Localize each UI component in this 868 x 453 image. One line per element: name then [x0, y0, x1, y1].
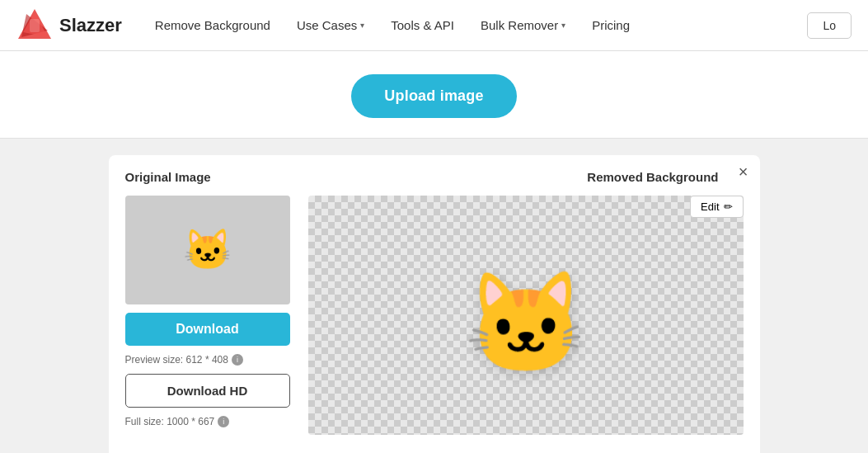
removed-background-area: 🐱	[308, 196, 744, 435]
edit-button[interactable]: Edit ✏	[690, 196, 743, 218]
right-panel: Edit ✏ 🐱	[308, 196, 744, 435]
bulk-remover-chevron: ▾	[561, 21, 565, 30]
close-button[interactable]: ×	[739, 163, 748, 180]
logo-icon	[16, 7, 53, 44]
use-cases-chevron: ▾	[360, 21, 364, 30]
edit-icon: ✏	[724, 201, 733, 213]
result-card: × Original Image Removed Background 🐱 Do…	[109, 155, 760, 453]
hero-section: Upload image	[0, 51, 868, 139]
preview-info-icon[interactable]: i	[232, 354, 243, 366]
logo-text: Slazzer	[59, 15, 122, 36]
download-button[interactable]: Download	[125, 313, 290, 346]
nav-use-cases[interactable]: Use Cases ▾	[297, 18, 364, 32]
original-image-box: 🐱	[125, 196, 290, 304]
navbar: Slazzer Remove Background Use Cases ▾ To…	[0, 0, 868, 51]
nav-right: Lo	[807, 12, 852, 39]
nav-tools-api[interactable]: Tools & API	[391, 18, 454, 32]
original-cat-image: 🐱	[125, 196, 290, 304]
full-size-info-icon[interactable]: i	[218, 416, 229, 427]
preview-size-info: Preview size: 612 * 408 i	[125, 354, 243, 366]
removed-background-label: Removed Background	[587, 170, 718, 184]
nav-bulk-remover[interactable]: Bulk Remover ▾	[481, 18, 565, 32]
left-panel: 🐱 Download Preview size: 612 * 408 i Dow…	[125, 196, 290, 435]
removed-cat-image: 🐱	[464, 266, 588, 382]
original-image-label: Original Image	[125, 170, 211, 184]
login-button[interactable]: Lo	[807, 12, 852, 39]
card-body: 🐱 Download Preview size: 612 * 408 i Dow…	[125, 196, 744, 435]
full-size-info: Full size: 1000 * 667 i	[125, 416, 230, 427]
logo[interactable]: Slazzer	[16, 7, 122, 44]
nav-pricing[interactable]: Pricing	[592, 18, 630, 32]
nav-remove-background[interactable]: Remove Background	[155, 18, 270, 32]
nav-links: Remove Background Use Cases ▾ Tools & AP…	[155, 18, 808, 32]
download-hd-button[interactable]: Download HD	[125, 374, 290, 408]
card-headers: Original Image Removed Background	[125, 170, 744, 184]
upload-image-button[interactable]: Upload image	[351, 74, 516, 118]
main-area: × Original Image Removed Background 🐱 Do…	[0, 139, 868, 453]
svg-rect-3	[30, 19, 40, 32]
